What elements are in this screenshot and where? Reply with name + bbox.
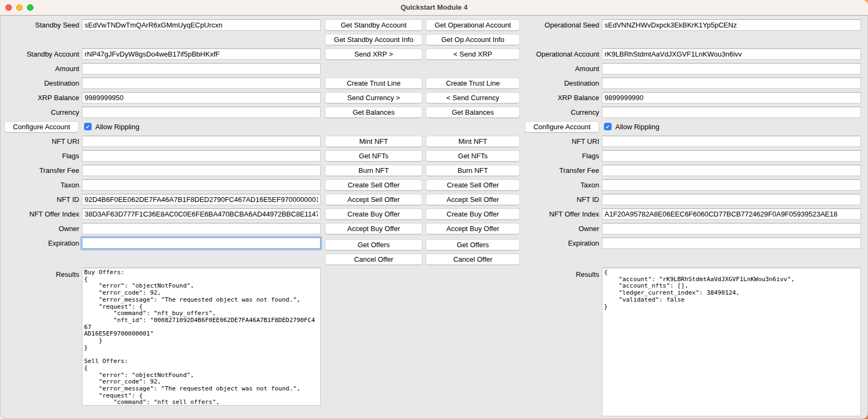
standby-amount-label: Amount: [0, 63, 79, 74]
standby-taxon-input[interactable]: [82, 179, 321, 191]
operational-send-currency-button[interactable]: < Send Currency: [426, 92, 520, 103]
operational-configure-account-button[interactable]: Configure Account: [525, 121, 599, 132]
operational-burn-nft-button[interactable]: Burn NFT: [426, 165, 520, 176]
standby-currency-label: Currency: [0, 107, 79, 118]
standby-create-sell-offer-button[interactable]: Create Sell Offer: [325, 179, 422, 191]
get-standby-account-button[interactable]: Get Standby Account: [325, 19, 422, 31]
standby-amount-input[interactable]: [82, 63, 321, 74]
operational-send-xrp-button[interactable]: < Send XRP: [426, 48, 520, 60]
operational-nft-offer-index-input[interactable]: [602, 208, 861, 220]
standby-owner-input[interactable]: [82, 223, 321, 234]
standby-results-textarea[interactable]: Buy Offers: { "error": "objectNotFound",…: [82, 268, 321, 406]
standby-create-trust-line-button[interactable]: Create Trust Line: [325, 78, 422, 89]
standby-transfer-fee-input[interactable]: [82, 165, 321, 176]
standby-burn-nft-button[interactable]: Burn NFT: [325, 165, 422, 176]
standby-get-balances-button[interactable]: Get Balances: [325, 107, 422, 118]
standby-nft-uri-label: NFT URI: [0, 136, 79, 147]
standby-send-xrp-button[interactable]: Send XRP >: [325, 48, 422, 60]
standby-destination-label: Destination: [0, 78, 79, 89]
operational-results-textarea[interactable]: { "account": "rK9LBRhStdmtAaVdJXGVF1LnKW…: [602, 268, 861, 416]
get-operational-account-button[interactable]: Get Operational Account: [426, 19, 520, 31]
standby-transfer-fee-label: Transfer Fee: [0, 165, 79, 176]
operational-destination-label: Destination: [520, 78, 599, 89]
operational-nft-id-input[interactable]: [602, 194, 861, 205]
operational-transfer-fee-input[interactable]: [602, 165, 861, 176]
operational-owner-label: Owner: [520, 223, 599, 234]
standby-send-currency-button[interactable]: Send Currency >: [325, 92, 422, 103]
standby-nft-id-label: NFT ID: [0, 194, 79, 205]
standby-xrp-balance-input[interactable]: [82, 92, 321, 103]
operational-xrp-balance-label: XRP Balance: [520, 92, 599, 103]
operational-expiration-label: Expiration: [520, 238, 599, 249]
standby-taxon-label: Taxon: [0, 179, 79, 191]
standby-accept-buy-offer-button[interactable]: Accept Buy Offer: [325, 223, 422, 234]
operational-mint-nft-button[interactable]: Mint NFT: [426, 136, 520, 147]
standby-expiration-input[interactable]: [82, 238, 321, 249]
operational-nft-uri-input[interactable]: [602, 136, 861, 147]
operational-xrp-balance-input[interactable]: [602, 92, 861, 103]
operational-transfer-fee-label: Transfer Fee: [520, 165, 599, 176]
operational-results-label: Results: [520, 269, 599, 280]
standby-xrp-balance-label: XRP Balance: [0, 92, 79, 103]
operational-create-trust-line-button[interactable]: Create Trust Line: [426, 78, 520, 89]
operational-flags-input[interactable]: [602, 150, 861, 162]
app-window: Quickstart Module 4 Standby Seed Standby…: [0, 0, 868, 419]
operational-currency-input[interactable]: [602, 107, 861, 118]
operational-allow-rippling-checkbox[interactable]: ✓: [604, 123, 612, 130]
get-standby-account-info-button[interactable]: Get Standby Account Info: [325, 34, 422, 45]
operational-account-input[interactable]: [602, 48, 861, 60]
operational-accept-buy-offer-button[interactable]: Accept Buy Offer: [426, 223, 520, 234]
standby-nft-offer-index-input[interactable]: [82, 208, 321, 220]
operational-get-balances-button[interactable]: Get Balances: [426, 107, 520, 118]
standby-nft-offer-index-label: NFT Offer Index: [0, 208, 79, 220]
standby-create-buy-offer-button[interactable]: Create Buy Offer: [325, 208, 422, 220]
operational-seed-input[interactable]: [602, 19, 861, 31]
operational-get-nfts-button[interactable]: Get NFTs: [426, 150, 520, 162]
operational-seed-label: Operational Seed: [520, 19, 599, 31]
operational-owner-input[interactable]: [602, 223, 861, 234]
standby-account-label: Standby Account: [0, 48, 79, 60]
standby-accept-sell-offer-button[interactable]: Accept Sell Offer: [325, 194, 422, 205]
window-title: Quickstart Module 4: [0, 0, 868, 15]
operational-currency-label: Currency: [520, 107, 599, 118]
operational-nft-offer-index-label: NFT Offer Index: [520, 208, 599, 220]
operational-accept-sell-offer-button[interactable]: Accept Sell Offer: [426, 194, 520, 205]
standby-allow-rippling-label: Allow Rippling: [95, 121, 140, 132]
operational-nft-id-label: NFT ID: [520, 194, 599, 205]
operational-flags-label: Flags: [520, 150, 599, 162]
standby-expiration-label: Expiration: [0, 238, 79, 249]
standby-owner-label: Owner: [0, 223, 79, 234]
standby-flags-label: Flags: [0, 150, 79, 162]
operational-amount-label: Amount: [520, 63, 599, 74]
operational-get-offers-button[interactable]: Get Offers: [426, 239, 520, 250]
operational-nft-uri-label: NFT URI: [520, 136, 599, 147]
operational-taxon-input[interactable]: [602, 179, 861, 191]
get-op-account-info-button[interactable]: Get Op Account Info: [426, 34, 520, 45]
standby-get-offers-button[interactable]: Get Offers: [325, 239, 422, 250]
standby-allow-rippling-checkbox[interactable]: ✓: [84, 123, 92, 130]
standby-currency-input[interactable]: [82, 107, 321, 118]
standby-seed-input[interactable]: [82, 19, 321, 31]
standby-destination-input[interactable]: [82, 78, 321, 89]
operational-amount-input[interactable]: [602, 63, 861, 74]
operational-destination-input[interactable]: [602, 78, 861, 89]
operational-create-buy-offer-button[interactable]: Create Buy Offer: [426, 208, 520, 220]
standby-account-input[interactable]: [82, 48, 321, 60]
standby-results-label: Results: [0, 269, 79, 280]
titlebar: Quickstart Module 4: [0, 0, 868, 16]
standby-nft-uri-input[interactable]: [82, 136, 321, 147]
operational-expiration-input[interactable]: [602, 238, 861, 249]
standby-nft-id-input[interactable]: [82, 194, 321, 205]
operational-account-label: Operational Account: [520, 48, 599, 60]
standby-flags-input[interactable]: [82, 150, 321, 162]
operational-allow-rippling-label: Allow Rippling: [615, 121, 659, 132]
standby-cancel-offer-button[interactable]: Cancel Offer: [325, 254, 422, 265]
standby-seed-label: Standby Seed: [0, 19, 79, 31]
standby-configure-account-button[interactable]: Configure Account: [4, 121, 79, 132]
standby-mint-nft-button[interactable]: Mint NFT: [325, 136, 422, 147]
operational-cancel-offer-button[interactable]: Cancel Offer: [426, 254, 520, 265]
operational-taxon-label: Taxon: [520, 179, 599, 191]
standby-get-nfts-button[interactable]: Get NFTs: [325, 150, 422, 162]
operational-create-sell-offer-button[interactable]: Create Sell Offer: [426, 179, 520, 191]
